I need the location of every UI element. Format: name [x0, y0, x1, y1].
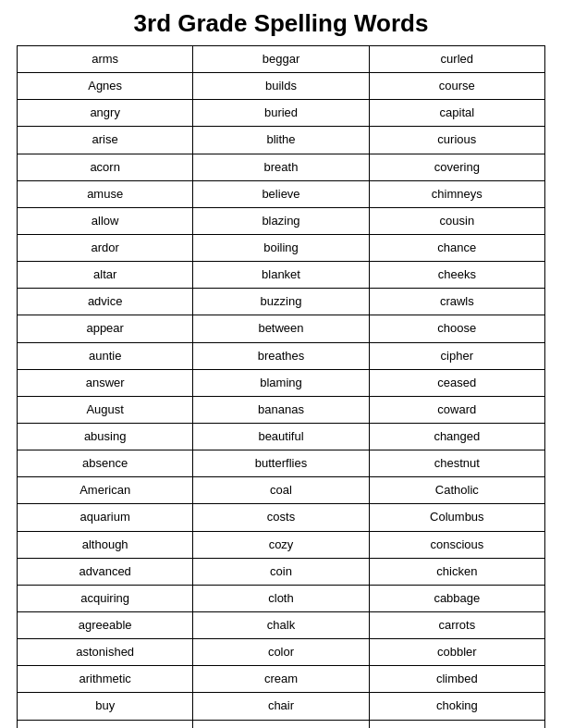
table-cell: agreeable — [18, 611, 193, 638]
list-item: arms — [19, 50, 190, 68]
table-cell: ardor — [18, 234, 193, 261]
table-cell: butterflies — [193, 450, 369, 477]
list-item: Catholic — [372, 481, 543, 500]
list-item: blaming — [195, 374, 366, 392]
list-item: agreeable — [19, 616, 190, 635]
list-item: choose — [372, 319, 543, 338]
list-item: beggar — [195, 50, 366, 68]
table-cell: cozy — [193, 531, 369, 558]
table-cell: cabbage — [369, 585, 544, 611]
list-item: capital — [372, 104, 543, 122]
table-cell: beautiful — [193, 423, 369, 450]
list-item: arise — [19, 130, 190, 149]
list-item: chalk — [195, 616, 366, 635]
list-item: concert — [195, 724, 366, 728]
table-cell: between — [193, 315, 369, 342]
list-item: curious — [372, 130, 543, 149]
list-item: covering — [372, 158, 543, 177]
list-item: conscious — [372, 536, 543, 554]
list-item: cipher — [372, 347, 543, 365]
table-cell: buzzing — [193, 289, 369, 315]
list-item: astonished — [19, 643, 190, 661]
table-cell: choking — [369, 693, 544, 720]
list-item: cabbage — [372, 589, 543, 608]
list-item: bath — [19, 724, 190, 728]
list-item: breathes — [195, 347, 366, 365]
table-cell: buy — [18, 693, 193, 720]
table-cell: curled — [369, 46, 544, 73]
list-item: cobbler — [372, 643, 543, 661]
list-item: changed — [372, 427, 543, 446]
table-cell: changed — [369, 423, 544, 450]
list-item: breath — [195, 158, 366, 177]
list-item: Agnes — [19, 77, 190, 95]
list-item: chestnut — [372, 454, 543, 473]
page-title: 3rd Grade Spelling Words — [17, 9, 545, 38]
table-cell: aquarium — [18, 504, 193, 531]
page: 3rd Grade Spelling Words armsbeggarcurle… — [0, 0, 562, 728]
list-item: chance — [372, 239, 543, 257]
list-item: blithe — [195, 130, 366, 149]
list-item: color — [195, 643, 366, 661]
table-cell: appear — [18, 315, 193, 342]
list-item: carrots — [372, 616, 543, 635]
table-cell: arms — [18, 46, 193, 73]
table-cell: breath — [193, 154, 369, 180]
list-item: believe — [195, 185, 366, 204]
table-cell: cipher — [369, 342, 544, 369]
list-item: course — [372, 77, 543, 95]
list-item: cream — [195, 670, 366, 688]
word-table: armsbeggarcurledAgnesbuildscourseangrybu… — [17, 45, 545, 728]
table-cell: acorn — [18, 154, 193, 180]
table-cell: cheeks — [369, 262, 544, 289]
list-item: ardor — [19, 239, 190, 257]
table-cell: costs — [193, 504, 369, 531]
list-item: appear — [19, 319, 190, 338]
list-item: costs — [195, 508, 366, 526]
table-cell: arithmetic — [18, 666, 193, 693]
table-cell: Agnes — [18, 73, 193, 100]
list-item: chicken — [372, 562, 543, 581]
table-cell: American — [18, 477, 193, 504]
list-item: coward — [372, 401, 543, 419]
list-item: curled — [372, 50, 543, 68]
list-item: chimneys — [372, 185, 543, 204]
list-item: arithmetic — [19, 670, 190, 688]
table-cell: blithe — [193, 127, 369, 154]
list-item: chair — [195, 697, 366, 715]
list-item: angry — [19, 104, 190, 122]
table-cell: coin — [193, 558, 369, 585]
table-cell: buried — [193, 100, 369, 127]
table-cell: crawls — [369, 289, 544, 315]
table-cell: chimneys — [369, 180, 544, 207]
table-cell: bananas — [193, 396, 369, 423]
table-cell: chair — [193, 693, 369, 720]
table-cell: believe — [193, 180, 369, 207]
table-cell: breathes — [193, 342, 369, 369]
list-item: Columbus — [372, 508, 543, 526]
table-cell: ceased — [369, 369, 544, 396]
list-item: choking — [372, 697, 543, 715]
list-item: climbed — [372, 670, 543, 688]
table-cell: acquiring — [18, 585, 193, 611]
list-item: although — [19, 536, 190, 554]
table-cell: carrots — [369, 611, 544, 638]
list-item: answer — [19, 374, 190, 392]
list-item: blazing — [195, 212, 366, 230]
table-cell: advice — [18, 289, 193, 315]
table-cell: absence — [18, 450, 193, 477]
list-item: buzzing — [195, 292, 366, 311]
table-cell: blaming — [193, 369, 369, 396]
list-item: amuse — [19, 185, 190, 204]
list-item: crawls — [372, 292, 543, 311]
list-item: altar — [19, 265, 190, 284]
table-cell: auntie — [18, 342, 193, 369]
list-item: acquiring — [19, 589, 190, 608]
table-cell: chance — [369, 234, 544, 261]
table-cell: Columbus — [369, 504, 544, 531]
list-item: acorn — [19, 158, 190, 177]
table-cell: coal — [193, 477, 369, 504]
table-cell: concert — [193, 720, 369, 728]
table-cell: answer — [18, 369, 193, 396]
list-item: coin — [195, 562, 366, 581]
